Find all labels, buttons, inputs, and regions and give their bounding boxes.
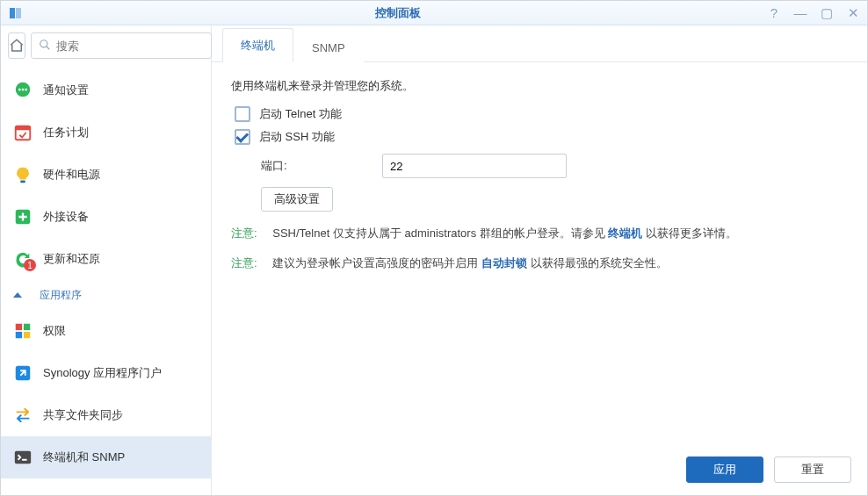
portal-icon xyxy=(13,363,33,383)
svg-rect-10 xyxy=(20,180,25,183)
bulb-icon xyxy=(13,165,33,184)
sidebar-item-update-restore[interactable]: 更新和还原 1 xyxy=(1,238,211,280)
search-input[interactable] xyxy=(56,40,204,53)
titlebar: 控制面板 ? — ▢ ✕ xyxy=(1,1,867,25)
tab-snmp[interactable]: SNMP xyxy=(293,32,364,62)
note-auto-block: 注意: 建议为登录帐户设置高强度的密码并启用 自动封锁 以获得最强的系统安全性。 xyxy=(231,254,848,273)
sidebar-item-task-scheduler[interactable]: 任务计划 xyxy=(1,111,211,154)
speech-icon xyxy=(13,81,33,100)
svg-point-7 xyxy=(25,89,27,91)
control-panel-window: 控制面板 ? — ▢ ✕ xyxy=(0,0,868,496)
note-text: 以获得更多详情。 xyxy=(646,226,737,240)
home-button[interactable] xyxy=(8,32,25,59)
section-label: 应用程序 xyxy=(40,288,82,303)
note-text: 以获得最强的系统安全性。 xyxy=(531,256,668,270)
telnet-checkbox[interactable] xyxy=(235,106,250,122)
chevron-up-icon xyxy=(13,292,22,298)
note-text: SSH/Telnet 仅支持从属于 administrators 群组的帐户登录… xyxy=(272,226,608,240)
svg-point-6 xyxy=(22,89,25,91)
window-title: 控制面板 xyxy=(29,5,767,21)
sidebar-item-shared-folder-sync[interactable]: 共享文件夹同步 xyxy=(1,394,211,436)
svg-point-2 xyxy=(40,40,47,47)
calendar-icon xyxy=(13,123,33,142)
search-box[interactable] xyxy=(31,32,212,59)
sidebar-item-privileges[interactable]: 权限 xyxy=(1,310,211,352)
ssh-checkbox-row: 启动 SSH 功能 xyxy=(231,129,848,145)
svg-rect-13 xyxy=(24,324,30,330)
sidebar-item-app-portal[interactable]: Synology 应用程序门户 xyxy=(1,352,211,394)
advanced-settings-button[interactable]: 高级设置 xyxy=(261,187,333,212)
search-row xyxy=(1,25,211,66)
search-icon xyxy=(39,39,51,54)
svg-rect-9 xyxy=(16,126,31,131)
telnet-checkbox-label[interactable]: 启动 Telnet 功能 xyxy=(259,106,342,122)
note-label: 注意: xyxy=(231,256,257,270)
note-label: 注意: xyxy=(231,226,257,240)
footer-buttons: 应用 重置 xyxy=(686,456,851,483)
svg-rect-14 xyxy=(16,332,22,338)
window-controls: ? — ▢ ✕ xyxy=(767,5,860,21)
sidebar-item-label: Synology 应用程序门户 xyxy=(43,365,162,381)
nav-list: 通知设置 任务计划 硬件和电源 xyxy=(1,66,211,495)
sidebar-item-label: 更新和还原 xyxy=(43,251,100,267)
tabs: 终端机 SNMP xyxy=(212,25,867,62)
main-panel: 终端机 SNMP 使用终端机来登录并管理您的系统。 启动 Telnet 功能 启… xyxy=(212,25,867,495)
sidebar-item-hardware-power[interactable]: 硬件和电源 xyxy=(1,154,211,196)
sidebar-item-label: 任务计划 xyxy=(43,125,89,140)
blocks-icon xyxy=(13,321,33,341)
svg-rect-15 xyxy=(24,332,30,338)
port-field-row: 端口: xyxy=(261,154,848,178)
svg-rect-0 xyxy=(10,8,15,18)
ssh-checkbox-label[interactable]: 启动 SSH 功能 xyxy=(259,129,335,145)
sidebar-item-label: 权限 xyxy=(43,323,66,339)
minimize-button[interactable]: — xyxy=(793,5,807,21)
terminal-link[interactable]: 终端机 xyxy=(608,226,642,240)
svg-rect-17 xyxy=(15,451,31,464)
external-icon xyxy=(13,207,33,226)
help-button[interactable]: ? xyxy=(767,5,781,21)
svg-rect-12 xyxy=(16,324,22,330)
description-text: 使用终端机来登录并管理您的系统。 xyxy=(231,78,848,94)
sidebar-item-label: 硬件和电源 xyxy=(43,167,100,183)
note-admin-only: 注意: SSH/Telnet 仅支持从属于 administrators 群组的… xyxy=(231,224,848,243)
content: 使用终端机来登录并管理您的系统。 启动 Telnet 功能 启动 SSH 功能 … xyxy=(212,62,867,495)
body: 通知设置 任务计划 硬件和电源 xyxy=(1,25,867,495)
sidebar-item-notifications[interactable]: 通知设置 xyxy=(1,69,211,111)
svg-point-5 xyxy=(18,89,21,91)
maximize-button[interactable]: ▢ xyxy=(820,5,834,21)
terminal-icon xyxy=(13,448,33,467)
sidebar-item-label: 终端机和 SNMP xyxy=(43,449,125,465)
telnet-checkbox-row: 启动 Telnet 功能 xyxy=(231,106,848,122)
sidebar-item-label: 共享文件夹同步 xyxy=(43,407,123,423)
svg-line-3 xyxy=(47,46,50,49)
ssh-checkbox[interactable] xyxy=(235,129,250,145)
sidebar-section-applications[interactable]: 应用程序 xyxy=(1,280,211,310)
close-button[interactable]: ✕ xyxy=(846,5,860,21)
sidebar: 通知设置 任务计划 硬件和电源 xyxy=(1,25,212,495)
sidebar-item-terminal-snmp[interactable]: 终端机和 SNMP xyxy=(1,436,211,478)
apply-button[interactable]: 应用 xyxy=(686,456,763,483)
app-icon xyxy=(8,5,24,21)
note-text: 建议为登录帐户设置高强度的密码并启用 xyxy=(272,256,481,270)
svg-rect-1 xyxy=(16,8,21,18)
port-input[interactable] xyxy=(382,154,567,178)
auto-block-link[interactable]: 自动封锁 xyxy=(481,256,527,270)
sidebar-item-label: 通知设置 xyxy=(43,83,89,98)
sync-icon xyxy=(13,406,33,425)
advanced-row: 高级设置 xyxy=(261,187,848,212)
sidebar-item-external-devices[interactable]: 外接设备 xyxy=(1,196,211,238)
sidebar-item-label: 外接设备 xyxy=(43,209,89,225)
tab-terminal[interactable]: 终端机 xyxy=(222,28,293,62)
reset-button[interactable]: 重置 xyxy=(774,456,851,483)
port-label: 端口: xyxy=(261,158,366,174)
update-badge: 1 xyxy=(24,259,36,271)
